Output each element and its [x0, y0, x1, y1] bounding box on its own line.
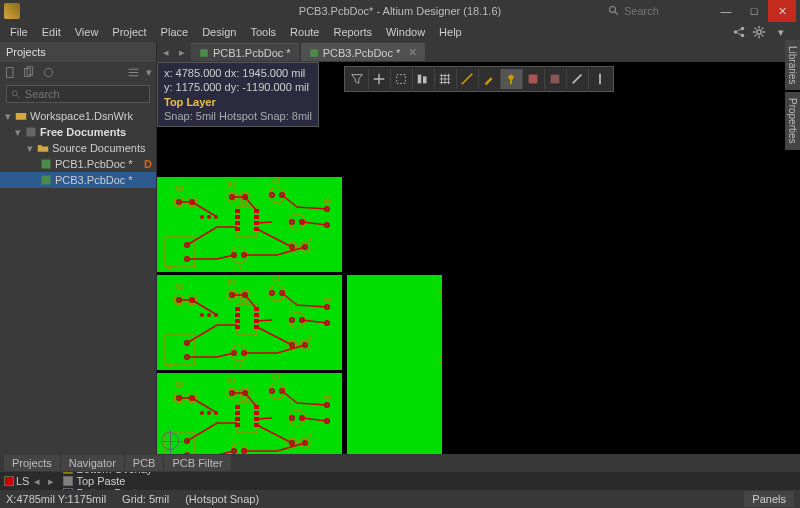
menu-project[interactable]: Project: [106, 24, 152, 40]
chevron-down-icon[interactable]: ▾: [26, 142, 34, 155]
layer-prev[interactable]: ◂: [31, 475, 43, 488]
dim-icon[interactable]: [545, 69, 567, 89]
pcb-board-3[interactable]: [157, 373, 342, 454]
menu-view[interactable]: View: [69, 24, 105, 40]
pcb-board-2[interactable]: [157, 275, 342, 370]
measure-icon[interactable]: [457, 69, 479, 89]
panel-properties[interactable]: Properties: [785, 92, 800, 150]
mask-icon[interactable]: [501, 69, 523, 89]
titlebar-search[interactable]: [608, 5, 704, 17]
svg-rect-22: [423, 76, 427, 83]
tab-pcb3[interactable]: PCB3.PcbDoc * ✕: [301, 43, 426, 61]
gear-icon[interactable]: [752, 25, 766, 39]
app-logo: [4, 3, 20, 19]
menu-route[interactable]: Route: [284, 24, 325, 40]
window-title: PCB3.PcbDoc* - Altium Designer (18.1.6): [299, 5, 501, 17]
menu-place[interactable]: Place: [155, 24, 195, 40]
tree-label: PCB3.PcbDoc *: [55, 174, 133, 186]
pcb-board-1[interactable]: R3 R2 C2 C1 C3: [157, 177, 342, 272]
svg-rect-64: [254, 215, 259, 219]
toolbar-dropdown-icon[interactable]: ▾: [146, 66, 152, 79]
close-button[interactable]: ✕: [768, 0, 796, 22]
tree-label: Workspace1.DsnWrk: [30, 110, 133, 122]
tab-pcb[interactable]: PCB: [125, 455, 164, 471]
move-icon[interactable]: [369, 69, 391, 89]
docs-icon[interactable]: [23, 66, 36, 79]
menu-icon[interactable]: [127, 66, 140, 79]
minimize-button[interactable]: —: [712, 0, 740, 22]
svg-text:R2: R2: [228, 181, 236, 189]
svg-text:R1: R1: [307, 236, 315, 244]
tab-label: PCB3.PcbDoc *: [323, 47, 401, 59]
menu-design[interactable]: Design: [196, 24, 242, 40]
net-icon[interactable]: [589, 69, 611, 89]
layer-bar: LS ◂ ▸ Top LayerBottom LayerMechanical 1…: [0, 472, 800, 490]
maximize-button[interactable]: □: [740, 0, 768, 22]
tree-doc-pcb1[interactable]: PCB1.PcbDoc * D: [0, 156, 156, 172]
svg-rect-68: [165, 237, 195, 267]
layer-next[interactable]: ▸: [45, 475, 57, 488]
body: Projects ▾ ▾ Workspace1.DsnWrk ▾: [0, 42, 800, 454]
layer-label: Top Paste: [76, 475, 125, 487]
tab-navigator[interactable]: Navigator: [61, 455, 124, 471]
svg-rect-18: [200, 49, 208, 57]
highlight-icon[interactable]: [479, 69, 501, 89]
pcb-icon: [309, 48, 319, 58]
svg-point-7: [757, 30, 761, 34]
pcb-board-4[interactable]: [347, 275, 442, 454]
menu-window[interactable]: Window: [380, 24, 431, 40]
coord-snap: Snap: 5mil Hotspot Snap: 8mil: [164, 109, 312, 123]
search-input[interactable]: [624, 5, 704, 17]
ls-label: LS: [16, 475, 29, 487]
projects-search: [0, 82, 156, 106]
search-icon: [11, 89, 21, 100]
chevron-down-icon[interactable]: ▾: [14, 126, 22, 139]
selection-icon[interactable]: [391, 69, 413, 89]
menubar-right: ▾: [732, 24, 796, 41]
tab-scroll-right[interactable]: ▸: [175, 46, 189, 59]
svg-rect-21: [418, 75, 422, 84]
svg-point-23: [508, 75, 513, 80]
tree-source-documents[interactable]: ▾ Source Documents: [0, 140, 156, 156]
align-icon[interactable]: [413, 69, 435, 89]
folder-icon: [37, 142, 49, 154]
clear-icon[interactable]: [523, 69, 545, 89]
close-tab-icon[interactable]: ✕: [408, 46, 417, 59]
menu-edit[interactable]: Edit: [36, 24, 67, 40]
share-icon[interactable]: [732, 25, 746, 39]
tab-pcb-filter[interactable]: PCB Filter: [164, 455, 230, 471]
panel-libraries[interactable]: Libraries: [785, 40, 800, 90]
svg-rect-19: [310, 49, 318, 57]
zoom-icon[interactable]: [567, 69, 589, 89]
pcb-icon: [199, 48, 209, 58]
tree-doc-pcb3[interactable]: PCB3.PcbDoc *: [0, 172, 156, 188]
tree-workspace[interactable]: ▾ Workspace1.DsnWrk: [0, 108, 156, 124]
svg-rect-60: [235, 215, 240, 219]
origin-marker: [161, 432, 179, 450]
menu-help[interactable]: Help: [433, 24, 468, 40]
tree-free-documents[interactable]: ▾ Free Documents: [0, 124, 156, 140]
menu-file[interactable]: File: [4, 24, 34, 40]
coord-y: y: 1175.000 dy: -1190.000 mil: [164, 80, 312, 94]
diff-mark: D: [144, 158, 152, 170]
layer-top-paste[interactable]: Top Paste: [59, 475, 158, 487]
doc-icon[interactable]: [4, 66, 17, 79]
tree-label: PCB1.PcbDoc *: [55, 158, 133, 170]
tab-projects[interactable]: Projects: [4, 455, 60, 471]
projects-search-input[interactable]: [25, 88, 145, 100]
grid-icon[interactable]: [435, 69, 457, 89]
ls-marker[interactable]: [4, 476, 14, 486]
svg-rect-8: [6, 67, 13, 77]
menu-reports[interactable]: Reports: [327, 24, 378, 40]
compile-icon[interactable]: [42, 66, 55, 79]
panels-button[interactable]: Panels: [744, 491, 794, 507]
tab-pcb1[interactable]: PCB1.PcbDoc *: [191, 43, 299, 61]
menubar: File Edit View Project Place Design Tool…: [0, 22, 800, 42]
dropdown-icon[interactable]: ▾: [772, 24, 790, 41]
tab-scroll-left[interactable]: ◂: [159, 46, 173, 59]
right-panels: Libraries Properties: [785, 40, 800, 150]
chevron-down-icon[interactable]: ▾: [4, 110, 12, 123]
menu-tools[interactable]: Tools: [244, 24, 282, 40]
filter-icon[interactable]: [347, 69, 369, 89]
svg-line-1: [615, 12, 618, 15]
